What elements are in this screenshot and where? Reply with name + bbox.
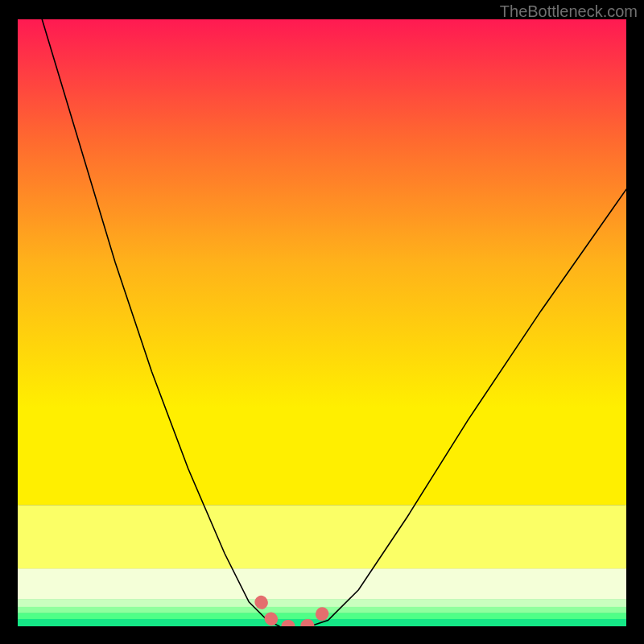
svg-rect-0 — [18, 19, 626, 505]
svg-rect-1 — [18, 505, 626, 569]
svg-rect-3 — [18, 599, 626, 607]
chart-area — [18, 19, 626, 626]
svg-rect-2 — [18, 568, 626, 599]
chart-svg — [18, 19, 626, 626]
watermark-text: TheBottleneck.com — [500, 2, 638, 21]
